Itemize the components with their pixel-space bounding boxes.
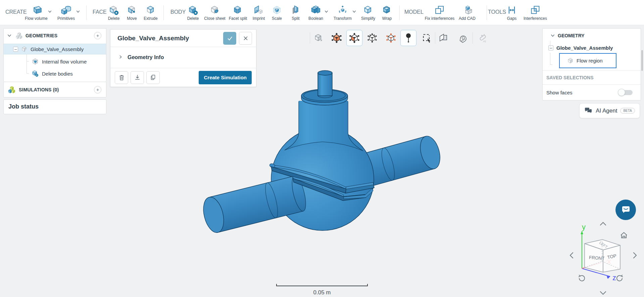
svg-text:y: y	[582, 223, 586, 231]
svg-text:AI: AI	[483, 40, 486, 43]
svg-text:z: z	[612, 273, 616, 282]
